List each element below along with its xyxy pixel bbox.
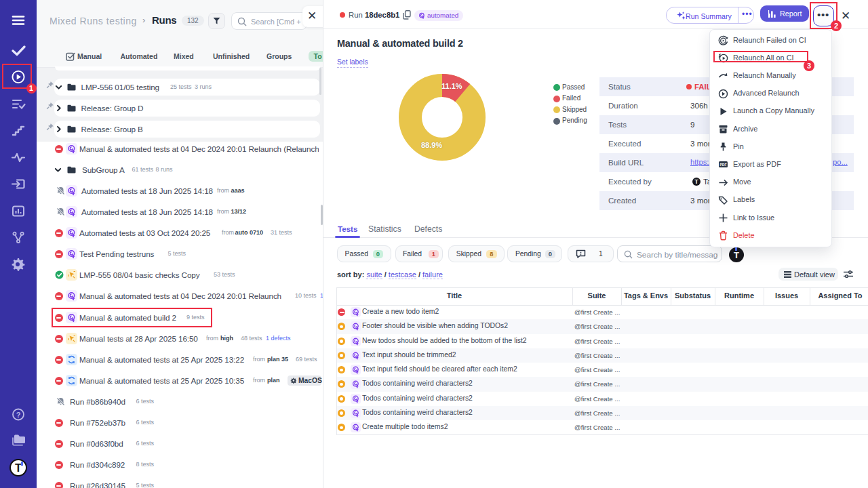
svg-text:PDF: PDF <box>720 163 727 167</box>
svg-text:?: ? <box>16 411 21 419</box>
